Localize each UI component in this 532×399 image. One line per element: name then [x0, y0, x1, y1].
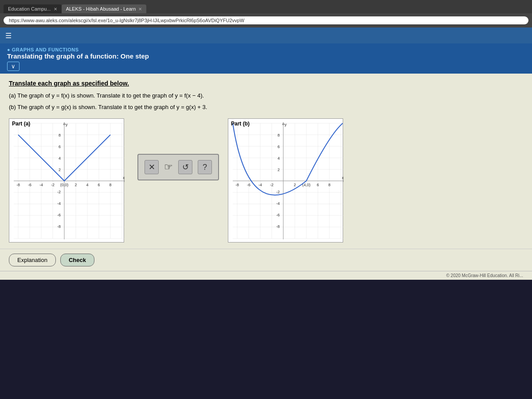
- svg-text:-4: -4: [57, 201, 61, 206]
- tab-close-aleks[interactable]: ✕: [138, 7, 142, 12]
- graph-b-label: Part (b): [231, 121, 250, 127]
- svg-text:-4: -4: [39, 183, 43, 187]
- svg-text:-2: -2: [270, 183, 274, 187]
- svg-text:-6: -6: [247, 183, 250, 187]
- svg-text:6: 6: [98, 183, 100, 187]
- svg-text:4: 4: [59, 156, 61, 160]
- svg-text:-2: -2: [57, 190, 61, 194]
- svg-text:-6: -6: [28, 183, 31, 187]
- svg-text:8: 8: [328, 183, 330, 187]
- svg-text:y: y: [66, 122, 68, 127]
- bottom-bar: Explanation Check: [0, 249, 532, 271]
- svg-text:-8: -8: [57, 224, 61, 229]
- help-button[interactable]: ?: [198, 160, 212, 174]
- hamburger-menu[interactable]: ☰: [5, 31, 12, 40]
- graph-a[interactable]: Part (a): [9, 118, 124, 243]
- copyright-text: © 2020 McGraw-Hill Education. All Ri...: [446, 273, 523, 278]
- expand-button[interactable]: ∨: [7, 62, 20, 71]
- svg-text:-8: -8: [235, 183, 239, 187]
- svg-text:6: 6: [278, 145, 280, 149]
- svg-text:2: 2: [59, 168, 61, 172]
- svg-text:8: 8: [109, 183, 111, 187]
- svg-text:-6: -6: [57, 213, 61, 217]
- svg-text:x: x: [342, 176, 344, 180]
- controls-popup: ✕ ☞ ↺ ?: [137, 154, 219, 180]
- problem-text-b: (b) The graph of y = g(x) is shown. Tran…: [9, 103, 523, 112]
- svg-text:2: 2: [278, 168, 280, 172]
- instruction-text: Translate each graph as specified below.: [9, 80, 523, 87]
- undo-button[interactable]: ↺: [178, 160, 192, 174]
- footer: © 2020 McGraw-Hill Education. All Ri...: [0, 271, 532, 280]
- svg-text:-4: -4: [258, 183, 262, 187]
- tab-close-education[interactable]: ✕: [54, 7, 57, 12]
- tab-label-education: Education Campu...: [8, 6, 51, 12]
- svg-text:-8: -8: [276, 224, 280, 229]
- svg-text:-6: -6: [276, 213, 280, 217]
- address-bar[interactable]: https://www-awu.aleks.com/alekscgi/x/lsl…: [4, 16, 528, 24]
- svg-text:-8: -8: [16, 183, 20, 187]
- graph-b-svg: x y -8 -6 -4 -2 2 (4,0) 6 8 8 6 4 2 -2: [228, 119, 344, 243]
- section-label: GRAPHS AND FUNCTIONS: [7, 47, 525, 52]
- graph-a-svg: x y -8 -6 -4 -2 (0,0) 2 4 6 8 8 6 4 2: [9, 119, 125, 243]
- cursor-icon: ☞: [164, 161, 173, 173]
- graph-a-label: Part (a): [12, 121, 30, 127]
- svg-text:-2: -2: [276, 190, 280, 194]
- graph-b[interactable]: Part (b): [228, 118, 343, 243]
- check-button[interactable]: Check: [60, 254, 94, 266]
- svg-text:6: 6: [59, 145, 61, 149]
- svg-text:y: y: [285, 122, 287, 127]
- explanation-button[interactable]: Explanation: [9, 254, 56, 266]
- svg-text:2: 2: [293, 183, 296, 187]
- close-button[interactable]: ✕: [145, 160, 159, 174]
- svg-text:6: 6: [317, 183, 319, 187]
- tab-label-aleks: ALEKS - Hibah Abusaad - Learn: [66, 6, 136, 12]
- svg-text:8: 8: [278, 133, 280, 137]
- svg-text:4: 4: [86, 183, 88, 187]
- tab-aleks[interactable]: ALEKS - Hibah Abusaad - Learn ✕: [62, 4, 147, 13]
- svg-text:4: 4: [278, 156, 280, 160]
- svg-text:-2: -2: [51, 183, 55, 187]
- problem-text-a: (a) The graph of y = f(x) is shown. Tran…: [9, 91, 523, 100]
- svg-text:x: x: [123, 176, 125, 180]
- svg-text:2: 2: [74, 183, 77, 187]
- tab-education[interactable]: Education Campu... ✕: [4, 4, 62, 13]
- svg-text:-4: -4: [276, 201, 280, 206]
- page-title: Translating the graph of a function: One…: [7, 52, 525, 60]
- svg-text:8: 8: [59, 133, 61, 137]
- svg-text:(0,0): (0,0): [60, 183, 69, 187]
